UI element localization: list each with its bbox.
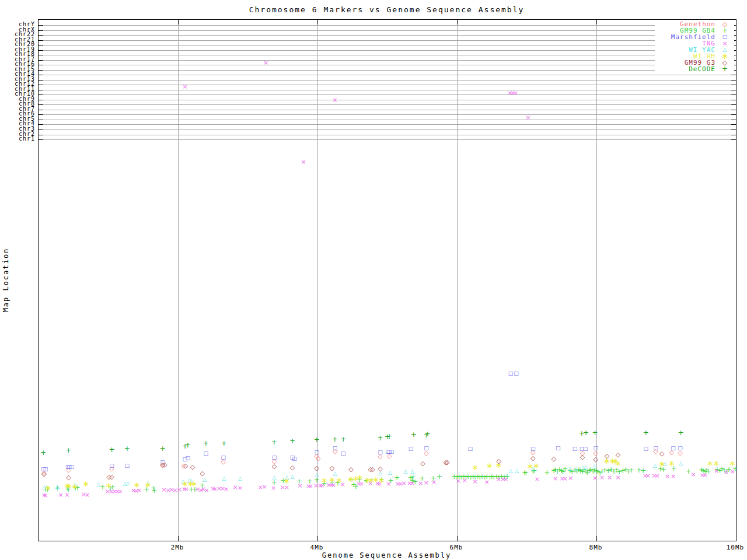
data-point-tng: × xyxy=(204,487,209,494)
x-tick-label: 6Mb xyxy=(450,544,463,551)
data-point-tng: × xyxy=(654,473,659,479)
data-point-wi_yac: △ xyxy=(272,475,276,480)
chromosome-gridline xyxy=(39,120,736,120)
data-point-marshfield: □ xyxy=(530,446,536,452)
data-point-wi_rh: ∗ xyxy=(284,477,291,485)
data-point-marshfield: □ xyxy=(424,446,429,451)
data-point-g3: ◇ xyxy=(162,461,167,468)
chromosome-gridline xyxy=(39,139,736,140)
chromosome-gridline xyxy=(39,25,736,26)
data-point-marshfield: □ xyxy=(508,371,514,376)
data-point-tng: × xyxy=(410,480,415,487)
mb-gridline xyxy=(317,20,318,541)
plot-area: Genethon◇GM99 GB4+Marshfield□TNG×WI YAC△… xyxy=(38,19,736,541)
data-point-g3: ◇ xyxy=(659,450,664,457)
data-point-marshfield: □ xyxy=(678,446,683,451)
data-point-tng: × xyxy=(503,476,508,482)
data-point-tng: × xyxy=(599,474,605,481)
data-point-tng: × xyxy=(271,485,276,491)
data-point-gb4: + xyxy=(151,487,157,494)
legend: Genethon◇GM99 GB4+Marshfield□TNG×WI YAC△… xyxy=(655,21,734,72)
x-tick-bottom xyxy=(457,536,458,541)
data-point-tng: × xyxy=(553,475,558,482)
data-point-wi_rh: ∗ xyxy=(378,476,385,484)
y-tick-right xyxy=(731,80,736,80)
x-tick-bottom xyxy=(317,536,318,541)
x-tick-top xyxy=(317,20,318,24)
chromosome-gridline xyxy=(39,104,736,105)
y-tick-left xyxy=(39,114,43,115)
data-point-tng: × xyxy=(525,114,530,121)
data-point-decode: + xyxy=(124,445,130,452)
data-point-g3: ◇ xyxy=(378,466,382,472)
data-point-wi_rh: ∗ xyxy=(713,459,720,467)
data-point-wi_rh: ∗ xyxy=(533,461,540,470)
data-point-marshfield: □ xyxy=(333,446,338,451)
data-point-wi_rh: ∗ xyxy=(336,476,343,484)
x-tick-label: 8Mb xyxy=(589,544,603,551)
y-tick-left xyxy=(39,100,43,100)
chromosome-gridline xyxy=(39,50,736,51)
y-tick-left xyxy=(39,124,43,125)
y-tick-right xyxy=(731,75,736,75)
x-tick-top xyxy=(178,20,179,24)
data-point-g3: ◇ xyxy=(605,453,609,459)
data-point-tng: × xyxy=(386,481,391,487)
data-point-tng: × xyxy=(224,486,229,492)
data-point-wi_yac: △ xyxy=(203,477,207,482)
chromosome-gridline xyxy=(39,130,736,130)
data-point-g3: ◇ xyxy=(330,465,334,471)
y-axis-tick-labels: chrYchrXchr22chr21chr20chr19chr18chr17ch… xyxy=(0,0,36,560)
data-point-gb4: + xyxy=(437,473,442,480)
data-point-g3: ◇ xyxy=(616,452,620,458)
data-point-marshfield: □ xyxy=(409,446,414,452)
legend-label-decode: DeCODE xyxy=(689,66,715,72)
data-point-marshfield: □ xyxy=(272,455,277,460)
data-point-tng: × xyxy=(724,469,729,475)
data-point-decode: + xyxy=(592,429,598,436)
data-point-tng: × xyxy=(117,488,123,495)
data-point-g3: ◇ xyxy=(200,470,205,477)
data-point-g3: ◇ xyxy=(551,456,556,462)
data-point-tng: × xyxy=(424,480,429,486)
y-tick-left xyxy=(39,80,43,80)
data-point-wi_yac: △ xyxy=(291,474,295,480)
data-point-g3: ◇ xyxy=(530,455,535,461)
plus-icon: + xyxy=(715,66,734,72)
data-point-decode: + xyxy=(40,449,46,456)
data-point-wi_yac: △ xyxy=(315,473,319,478)
mb-gridline xyxy=(457,20,458,541)
data-point-wi_rh: ∗ xyxy=(191,480,198,488)
plus-icon: + xyxy=(715,27,734,34)
cross-icon: × xyxy=(715,40,734,47)
x-tick-top xyxy=(596,20,597,24)
data-point-tng: × xyxy=(714,468,719,474)
data-point-wi_yac: △ xyxy=(515,468,519,474)
y-tick-left xyxy=(39,35,43,36)
data-point-wi_yac: △ xyxy=(584,465,588,470)
chromosome-gridline xyxy=(39,85,736,85)
data-point-gb4: + xyxy=(629,467,634,474)
data-point-decode: + xyxy=(271,439,277,446)
data-point-wi_yac: △ xyxy=(592,464,596,469)
data-point-g3: ◇ xyxy=(420,460,425,467)
y-tick-right xyxy=(731,94,736,95)
data-point-marshfield: □ xyxy=(644,446,649,452)
data-point-decode: + xyxy=(340,436,346,443)
x-tick-bottom xyxy=(596,536,597,541)
y-tick-left xyxy=(39,75,43,75)
x-tick-top xyxy=(457,20,458,24)
data-point-marshfield: □ xyxy=(653,446,658,451)
x-tick-bottom xyxy=(736,536,736,541)
x-axis-title: Genome Sequence Assembly xyxy=(38,551,735,559)
data-point-decode: + xyxy=(109,446,114,453)
chromosome-gridline xyxy=(39,94,736,95)
chromosome-gridline xyxy=(39,90,736,90)
data-point-marshfield: □ xyxy=(221,455,226,460)
data-point-wi_rh: ∗ xyxy=(145,481,152,489)
data-point-tng: × xyxy=(418,480,423,487)
data-point-wi_rh: ∗ xyxy=(45,484,52,492)
data-point-wi_yac: △ xyxy=(96,482,100,487)
data-point-wi_yac: △ xyxy=(388,470,392,475)
data-point-tng: × xyxy=(615,474,620,481)
